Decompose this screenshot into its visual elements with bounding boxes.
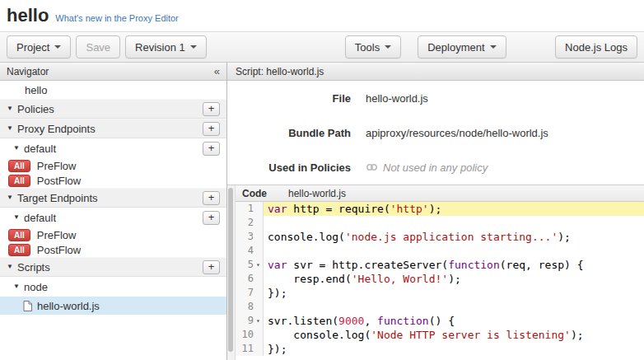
- code-line[interactable]: 10 console.log('Node HTTP server is list…: [236, 328, 644, 342]
- code-line[interactable]: 4: [236, 244, 644, 258]
- caret-down-icon[interactable]: ▼: [7, 105, 17, 112]
- tree-section-policies[interactable]: ▼ Policies +: [0, 99, 226, 119]
- line-number: 7: [236, 286, 264, 300]
- tree-section-proxy-endpoints[interactable]: ▼ Proxy Endpoints +: [0, 119, 226, 138]
- fold-icon[interactable]: ▾: [254, 262, 263, 269]
- tree-item-proxy-default[interactable]: ▼ default +: [0, 138, 226, 158]
- code-text[interactable]: resp.end('Hello, World!');: [264, 272, 644, 286]
- scrollbar-thumb[interactable]: [228, 188, 233, 352]
- code-text[interactable]: [264, 244, 644, 258]
- navigator-tree: hello ▼ Policies + ▼ Proxy Endpoints + ▼…: [0, 81, 226, 360]
- code-text[interactable]: console.log('Node HTTP server is listeni…: [264, 328, 644, 342]
- code-text[interactable]: var http = require('http');: [264, 202, 644, 216]
- add-proxy-endpoint-button[interactable]: +: [203, 122, 220, 136]
- add-target-endpoint-button[interactable]: +: [203, 191, 220, 205]
- script-panel-title: Script: hello-world.js: [236, 66, 324, 77]
- caret-down-icon: [385, 45, 391, 49]
- line-number: 11: [236, 342, 264, 356]
- tree-item-proxy-preflow[interactable]: All PreFlow: [0, 158, 226, 173]
- code-line[interactable]: 9▾svr.listen(9000, function() {: [236, 314, 644, 328]
- all-badge: All: [8, 229, 30, 241]
- code-text[interactable]: console.log('node.js application startin…: [264, 230, 644, 244]
- code-text[interactable]: svr.listen(9000, function() {: [264, 314, 644, 328]
- tools-menu-button[interactable]: Tools: [345, 35, 401, 58]
- tree-section-target-endpoints[interactable]: ▼ Target Endpoints +: [0, 188, 226, 208]
- script-details-form: File hello-world.js Bundle Path apiproxy…: [227, 81, 644, 185]
- nodejs-logs-button[interactable]: Node.js Logs: [555, 35, 637, 58]
- broken-link-icon: [366, 162, 378, 172]
- file-value: hello-world.js: [366, 92, 428, 105]
- collapse-navigator-button[interactable]: «: [214, 66, 220, 77]
- code-tab[interactable]: Code: [242, 188, 267, 199]
- tools-menu-label: Tools: [355, 41, 380, 54]
- tree-item-proxy-postflow[interactable]: All PostFlow: [0, 173, 226, 188]
- navigator-panel: Navigator « hello ▼ Policies + ▼ Proxy E…: [0, 63, 227, 360]
- whats-new-link[interactable]: What's new in the Proxy Editor: [55, 13, 178, 23]
- code-line[interactable]: 1var http = require('http');: [236, 202, 644, 216]
- used-in-policies-row: Used in Policies Not used in any policy: [227, 150, 644, 185]
- caret-down-icon[interactable]: ▼: [7, 194, 17, 201]
- line-number: 5▾: [236, 258, 264, 272]
- code-text[interactable]: });: [264, 286, 644, 300]
- tree-item-target-postflow[interactable]: All PostFlow: [0, 242, 226, 257]
- line-number: 2: [236, 216, 264, 230]
- add-script-button[interactable]: +: [203, 260, 220, 274]
- line-number: 1: [236, 202, 264, 216]
- code-line[interactable]: 8: [236, 300, 644, 314]
- page-header: hello What's new in the Proxy Editor: [0, 0, 644, 31]
- caret-down-icon[interactable]: ▼: [13, 214, 24, 221]
- code-area: Code hello-world.js 1var http = require(…: [236, 185, 644, 360]
- all-badge: All: [8, 244, 30, 256]
- add-target-flow-button[interactable]: +: [203, 211, 220, 225]
- tree-item-hello[interactable]: hello: [0, 81, 226, 99]
- add-proxy-flow-button[interactable]: +: [203, 142, 220, 156]
- workspace: Navigator « hello ▼ Policies + ▼ Proxy E…: [0, 63, 644, 360]
- line-number: 8: [236, 300, 264, 314]
- code-line[interactable]: 6 resp.end('Hello, World!');: [236, 272, 644, 286]
- all-badge: All: [8, 175, 30, 187]
- proxy-editor-app: hello What's new in the Proxy Editor Pro…: [0, 0, 644, 360]
- navigator-header: Navigator «: [0, 63, 226, 81]
- code-text[interactable]: [264, 300, 644, 314]
- revision-menu-button[interactable]: Revision 1: [125, 35, 207, 58]
- tree-section-scripts[interactable]: ▼ Scripts +: [0, 257, 226, 277]
- code-line[interactable]: 11});: [236, 342, 644, 356]
- line-number: 6: [236, 272, 264, 286]
- fold-icon[interactable]: ▾: [254, 318, 263, 325]
- file-label: File: [227, 92, 351, 105]
- bundle-path-row: Bundle Path apiproxy/resources/node/hell…: [227, 115, 644, 150]
- editor-scrollbar[interactable]: [227, 185, 236, 360]
- save-button[interactable]: Save: [76, 35, 120, 58]
- line-number: 4: [236, 244, 264, 258]
- caret-down-icon: [490, 45, 497, 49]
- code-line[interactable]: 2: [236, 216, 644, 230]
- line-number: 9▾: [236, 314, 264, 328]
- code-editor[interactable]: 1var http = require('http');2 3console.l…: [236, 202, 644, 360]
- caret-down-icon[interactable]: ▼: [13, 283, 24, 290]
- bundle-path-label: Bundle Path: [227, 127, 351, 139]
- caret-down-icon: [54, 45, 61, 49]
- tree-item-node-folder[interactable]: ▼ node: [0, 277, 226, 297]
- caret-down-icon[interactable]: ▼: [13, 145, 24, 152]
- caret-down-icon[interactable]: ▼: [7, 125, 17, 132]
- script-panel: Script: hello-world.js File hello-world.…: [227, 63, 644, 360]
- tree-item-target-default[interactable]: ▼ default +: [0, 208, 226, 227]
- used-in-policies-value: Not used in any policy: [366, 161, 488, 174]
- tree-item-hello-world-js[interactable]: hello-world.js: [0, 297, 226, 315]
- project-menu-button[interactable]: Project: [7, 35, 71, 58]
- code-line[interactable]: 3console.log('node.js application starti…: [236, 230, 644, 244]
- script-panel-header: Script: hello-world.js: [227, 63, 644, 81]
- add-policy-button[interactable]: +: [203, 102, 220, 116]
- caret-down-icon[interactable]: ▼: [7, 264, 17, 270]
- code-line[interactable]: 5▾var svr = http.createServer(function(r…: [236, 258, 644, 272]
- tree-item-target-preflow[interactable]: All PreFlow: [0, 227, 226, 242]
- project-menu-label: Project: [16, 41, 49, 54]
- bundle-path-value: apiproxy/resources/node/hello-world.js: [366, 127, 548, 139]
- code-text[interactable]: });: [264, 342, 644, 356]
- code-tab-bar: Code hello-world.js: [236, 185, 644, 202]
- code-line[interactable]: 7});: [236, 286, 644, 300]
- deployment-menu-button[interactable]: Deployment: [418, 35, 506, 58]
- code-text[interactable]: var svr = http.createServer(function(req…: [264, 258, 644, 272]
- deployment-menu-label: Deployment: [427, 41, 484, 54]
- code-text[interactable]: [264, 216, 644, 230]
